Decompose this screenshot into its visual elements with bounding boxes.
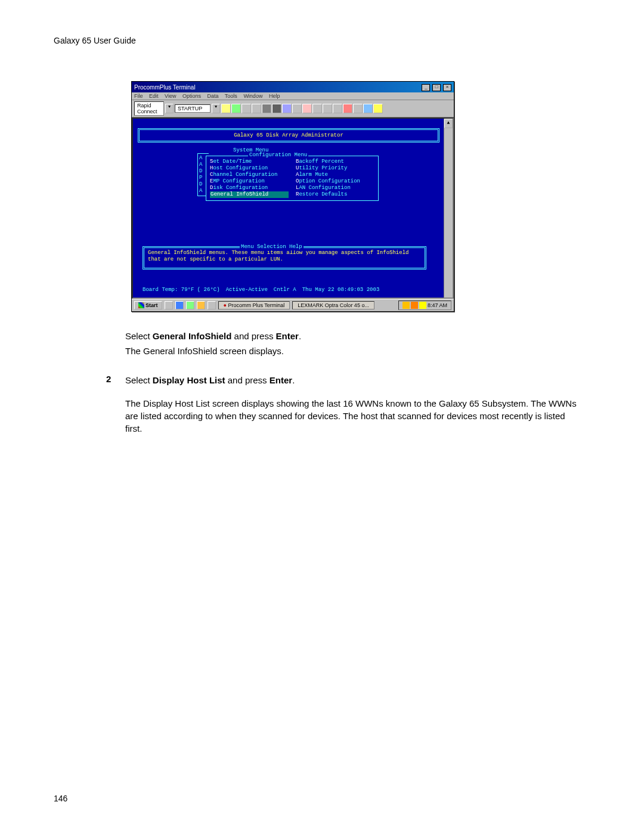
toolbar-icon[interactable] <box>282 104 292 113</box>
menu-item-emp-configuration[interactable]: EMP Configuration <box>210 178 289 185</box>
status-datetime: Thu May 22 08:49:03 2003 <box>302 287 380 293</box>
terminal-window: ProcommPlus Terminal _ □ × File Edit Vie… <box>131 81 454 312</box>
toolbar-icon[interactable] <box>262 104 271 113</box>
window-menubar: File Edit View Options Data Tools Window… <box>132 92 454 100</box>
toolbar-left-label: Rapid Connect <box>134 101 164 116</box>
menu-stack: System Menu A A D P D A Configuration Me… <box>197 153 376 207</box>
menu-view[interactable]: View <box>165 93 176 99</box>
toolbar-icon[interactable] <box>252 104 261 113</box>
terminal-content: Galaxy 65 Disk Array Administrator Syste… <box>138 121 439 295</box>
toolbar-icon[interactable] <box>302 104 312 113</box>
maximize-icon[interactable]: □ <box>432 84 441 91</box>
status-line: Board Temp: 79°F ( 26°C) Active-Active C… <box>143 287 426 293</box>
menu-options[interactable]: Options <box>182 93 201 99</box>
step-2: 2 Select Display Host List and press Ent… <box>106 374 590 445</box>
menu-window[interactable]: Window <box>243 93 262 99</box>
windows-logo-icon <box>138 302 144 308</box>
dropdown-arrow-icon[interactable]: ▼ <box>212 104 220 113</box>
document-page: Galaxy 65 User Guide ProcommPlus Termina… <box>0 0 644 833</box>
menu-file[interactable]: File <box>134 93 143 99</box>
app-title-box: Galaxy 65 Disk Array Administrator <box>138 128 439 143</box>
configuration-menu-label: Configuration Menu <box>248 152 308 158</box>
menu-data[interactable]: Data <box>207 93 218 99</box>
taskbar-task-procomm[interactable]: ● Procomm Plus Terminal <box>218 301 290 309</box>
menu-item-utility-priority[interactable]: Utility Priority <box>296 165 374 172</box>
taskbar-task-lexmark[interactable]: LEXMARK Optra Color 45 o... <box>292 301 374 309</box>
help-text: General InfoShield menus. These menu ite… <box>148 250 408 262</box>
instruction-block-1: Select General InfoShield and press Ente… <box>125 330 578 357</box>
step-body: Select Display Host List and press Enter… <box>125 374 578 445</box>
quicklaunch-icon[interactable] <box>197 301 205 309</box>
tray-icon[interactable] <box>402 302 410 309</box>
step-number: 2 <box>106 374 125 445</box>
system-tray: 8:47 AM <box>398 301 451 310</box>
menu-item-host-configuration[interactable]: Host Configuration <box>210 165 289 172</box>
menu-item-backoff-percent[interactable]: Backoff Percent <box>296 159 374 165</box>
menu-item-alarm-mute[interactable]: Alarm Mute <box>296 172 374 178</box>
toolbar-startup-field[interactable]: STARTUP <box>175 104 210 113</box>
app-title: Galaxy 65 Disk Array Administrator <box>234 132 343 138</box>
tray-clock: 8:47 AM <box>428 302 447 308</box>
scrollbar[interactable]: ▲ <box>444 119 453 298</box>
status-mode: Active-Active <box>226 287 268 293</box>
minimize-icon[interactable]: _ <box>422 84 430 91</box>
toolbar-icon[interactable] <box>312 104 322 113</box>
menu-item-set-date-time[interactable]: Set Date/Time <box>210 159 289 165</box>
window-title: ProcommPlus Terminal <box>134 84 196 91</box>
scroll-up-icon[interactable]: ▲ <box>444 119 453 128</box>
menu-edit[interactable]: Edit <box>149 93 159 99</box>
embedded-screenshot: ProcommPlus Terminal _ □ × File Edit Vie… <box>131 81 590 312</box>
tray-icon[interactable] <box>411 302 418 309</box>
config-left-column: Set Date/Time Host Configuration Channel… <box>210 159 289 198</box>
config-right-column: Backoff Percent Utility Priority Alarm M… <box>296 159 374 198</box>
menu-selection-help-box: Menu Selection Help General InfoShield m… <box>143 246 426 270</box>
quicklaunch-icon[interactable] <box>208 301 216 309</box>
menu-item-disk-configuration[interactable]: Disk Configuration <box>210 185 289 191</box>
configuration-menu: Configuration Menu Set Date/Time Host Co… <box>206 156 379 201</box>
menu-item-channel-configuration[interactable]: Channel Configuration <box>210 172 289 178</box>
toolbar-icon[interactable] <box>333 104 342 113</box>
toolbar-icon[interactable] <box>373 104 383 113</box>
tray-icon[interactable] <box>419 302 426 309</box>
toolbar-icon[interactable] <box>363 104 373 113</box>
status-temp: Board Temp: 79°F ( 26°C) <box>143 287 220 293</box>
quicklaunch-icon[interactable] <box>175 301 184 309</box>
help-box-label: Menu Selection Help <box>240 244 304 250</box>
quicklaunch-icon[interactable] <box>165 301 173 309</box>
toolbar-icon-group <box>221 104 383 113</box>
menu-item-general-infoshield[interactable]: General InfoShield <box>210 191 289 198</box>
close-icon[interactable]: × <box>443 84 451 91</box>
quicklaunch-icon[interactable] <box>186 301 194 309</box>
page-number: 146 <box>54 794 67 803</box>
toolbar-icon[interactable] <box>353 104 363 113</box>
toolbar-icon[interactable] <box>272 104 281 113</box>
toolbar-icon[interactable] <box>292 104 302 113</box>
page-header: Galaxy 65 User Guide <box>54 36 590 45</box>
dropdown-arrow-icon[interactable]: ▼ <box>165 104 174 113</box>
toolbar-icon[interactable] <box>221 104 231 113</box>
terminal-body: ▲ Galaxy 65 Disk Array Administrator Sys… <box>132 117 454 299</box>
start-button[interactable]: Start <box>134 301 162 309</box>
toolbar-icon[interactable] <box>343 104 352 113</box>
toolbar-icon[interactable] <box>323 104 332 113</box>
toolbar-icon[interactable] <box>231 104 241 113</box>
window-titlebar: ProcommPlus Terminal _ □ × <box>132 82 454 92</box>
toolbar-icon[interactable] <box>242 104 251 113</box>
window-control-buttons: _ □ × <box>421 83 451 91</box>
window-toolbar: Rapid Connect ▼ STARTUP ▼ <box>132 100 454 117</box>
windows-taskbar: Start ● Procomm Plus Terminal LEXMARK Op… <box>132 299 454 311</box>
menu-item-restore-defaults[interactable]: Restore Defaults <box>296 191 374 198</box>
menu-tools[interactable]: Tools <box>225 93 237 99</box>
menu-help[interactable]: Help <box>269 93 280 99</box>
status-controller: Cntlr A <box>274 287 296 293</box>
menu-item-lan-configuration[interactable]: LAN Configuration <box>296 185 374 191</box>
menu-item-option-configuration[interactable]: Option Configuration <box>296 178 374 185</box>
